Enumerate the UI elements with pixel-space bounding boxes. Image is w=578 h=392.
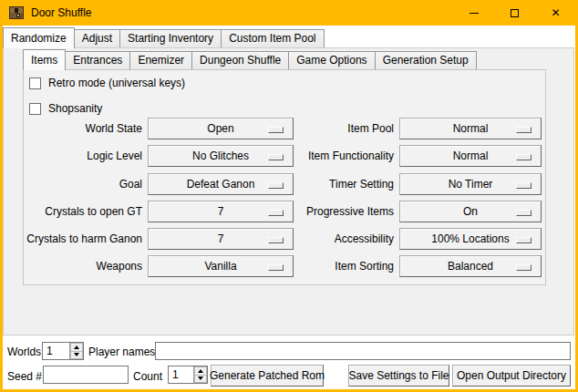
- item-pool-value: Normal: [453, 122, 489, 135]
- tab-enemizer[interactable]: Enemizer: [129, 51, 192, 69]
- world-state-label: World State: [24, 122, 148, 135]
- dropdown-indicator-icon: [516, 127, 532, 133]
- generate-patched-rom-button[interactable]: Generate Patched Rom: [211, 365, 324, 387]
- dropdown-indicator-icon: [516, 154, 532, 160]
- dropdown-indicator-icon: [516, 210, 532, 216]
- count-value: 1: [169, 366, 193, 383]
- retro-mode-label: Retro mode (universal keys): [48, 77, 185, 89]
- tab-entrances[interactable]: Entrances: [65, 51, 130, 69]
- worlds-spinner-arrows: [69, 343, 83, 359]
- progressive-items-dropdown[interactable]: On: [399, 201, 542, 222]
- timer-setting-row: Timer Setting No Timer: [243, 173, 542, 195]
- tab-custom-item-pool[interactable]: Custom Item Pool: [221, 29, 324, 47]
- timer-setting-dropdown[interactable]: No Timer: [399, 173, 542, 195]
- logic-level-label: Logic Level: [24, 150, 148, 162]
- retro-mode-row: Retro mode (universal keys): [29, 77, 185, 89]
- timer-setting-value: No Timer: [449, 178, 493, 191]
- crystals-gt-label: Crystals to open GT: [24, 205, 148, 218]
- seed-input[interactable]: [43, 366, 129, 384]
- tab-items[interactable]: Items: [23, 49, 66, 70]
- shopsanity-label: Shopsanity: [48, 102, 102, 115]
- dropdown-indicator-icon: [516, 264, 532, 271]
- item-sorting-dropdown[interactable]: Balanced: [399, 255, 542, 277]
- world-state-value: Open: [207, 122, 233, 135]
- shopsanity-row: Shopsanity: [29, 102, 102, 115]
- outer-tab-bar: Randomize Adjust Starting Inventory Cust…: [3, 27, 324, 47]
- item-pool-row: Item Pool Normal: [243, 118, 542, 139]
- open-output-directory-button[interactable]: Open Output Directory: [452, 365, 571, 387]
- window-title: Door Shuffle: [31, 6, 92, 19]
- app-chest-icon: [9, 5, 24, 20]
- count-spinbox[interactable]: 1: [168, 366, 208, 384]
- arrow-down-icon: [198, 377, 203, 380]
- spin-down-button[interactable]: [194, 376, 207, 384]
- progressive-items-value: On: [463, 205, 478, 218]
- accessibility-label: Accessibility: [243, 232, 399, 245]
- dropdown-indicator-icon: [516, 182, 532, 189]
- close-icon: ✕: [551, 7, 560, 18]
- arrow-up-icon: [74, 346, 79, 349]
- worlds-value: 1: [43, 343, 69, 359]
- item-pool-label: Item Pool: [243, 122, 399, 135]
- shopsanity-checkbox[interactable]: [29, 103, 41, 115]
- weapons-label: Weapons: [24, 260, 148, 273]
- item-pool-dropdown[interactable]: Normal: [399, 118, 542, 139]
- minimize-button[interactable]: [453, 0, 494, 26]
- tab-generation-setup[interactable]: Generation Setup: [375, 51, 477, 69]
- titlebar[interactable]: Door Shuffle ✕: [0, 0, 578, 26]
- tab-adjust[interactable]: Adjust: [74, 29, 120, 47]
- worlds-spinbox[interactable]: 1: [42, 342, 84, 360]
- save-settings-button[interactable]: Save Settings to File: [348, 365, 449, 387]
- player-names-input[interactable]: [155, 342, 571, 360]
- inner-tab-bar: Items Entrances Enemizer Dungeon Shuffle…: [23, 49, 476, 69]
- arrow-down-icon: [74, 353, 79, 356]
- item-sorting-label: Item Sorting: [243, 260, 399, 273]
- item-functionality-dropdown[interactable]: Normal: [399, 145, 542, 167]
- timer-setting-label: Timer Setting: [243, 178, 399, 191]
- spin-up-button[interactable]: [70, 343, 83, 352]
- tab-randomize[interactable]: Randomize: [3, 27, 75, 48]
- spin-up-button[interactable]: [194, 366, 207, 376]
- count-spinner-arrows: [193, 366, 207, 383]
- arrow-up-icon: [198, 369, 203, 373]
- caption-buttons: ✕: [453, 0, 576, 26]
- count-label: Count: [133, 367, 162, 386]
- weapons-value: Vanilla: [204, 260, 236, 273]
- close-button[interactable]: ✕: [535, 0, 576, 26]
- accessibility-dropdown[interactable]: 100% Locations: [399, 228, 542, 250]
- retro-mode-checkbox[interactable]: [29, 77, 41, 89]
- progressive-items-row: Progressive Items On: [243, 201, 542, 222]
- tab-dungeon-shuffle[interactable]: Dungeon Shuffle: [191, 51, 289, 69]
- minimize-icon: [470, 13, 479, 14]
- items-pane: Retro mode (universal keys) Shopsanity W…: [23, 69, 546, 285]
- crystals-ganon-label: Crystals to harm Ganon: [24, 232, 148, 245]
- dropdown-indicator-icon: [516, 237, 532, 243]
- worlds-label: Worlds: [7, 343, 41, 361]
- player-names-label: Player names: [88, 343, 155, 361]
- maximize-icon: [511, 9, 519, 17]
- item-functionality-label: Item Functionality: [243, 150, 399, 162]
- item-functionality-value: Normal: [453, 150, 489, 162]
- seed-label: Seed #: [7, 367, 42, 386]
- goal-label: Goal: [24, 178, 148, 191]
- tab-game-options[interactable]: Game Options: [288, 51, 375, 69]
- accessibility-value: 100% Locations: [431, 232, 509, 245]
- spin-down-button[interactable]: [70, 352, 83, 360]
- accessibility-row: Accessibility 100% Locations: [243, 228, 542, 250]
- progressive-items-label: Progressive Items: [243, 205, 399, 218]
- tab-starting-inventory[interactable]: Starting Inventory: [119, 29, 222, 47]
- item-sorting-row: Item Sorting Balanced: [243, 255, 542, 277]
- crystals-ganon-value: 7: [218, 232, 224, 245]
- logic-level-value: No Glitches: [192, 150, 249, 162]
- maximize-button[interactable]: [494, 0, 535, 26]
- item-functionality-row: Item Functionality Normal: [243, 145, 542, 167]
- item-sorting-value: Balanced: [448, 260, 493, 273]
- crystals-gt-value: 7: [218, 205, 224, 218]
- door-shuffle-window: Door Shuffle ✕ Randomize Adjust Starting…: [0, 0, 578, 392]
